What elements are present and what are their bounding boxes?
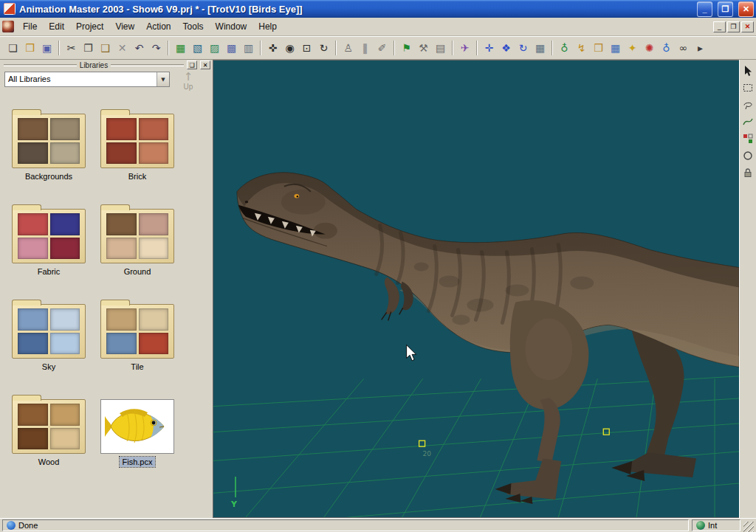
paste-button[interactable]: ❑ <box>97 40 114 56</box>
statusbar: Done Int <box>0 518 756 532</box>
character-button[interactable]: ♙ <box>340 40 357 56</box>
menu-item[interactable]: View <box>109 18 140 35</box>
overflow-button[interactable]: ▸ <box>692 40 709 56</box>
chart-button[interactable]: ▥ <box>240 40 257 56</box>
menu-item[interactable]: Help <box>252 18 283 35</box>
zoom-tool-button[interactable]: ◉ <box>281 40 298 56</box>
translate-manipulator-button[interactable]: ✛ <box>481 40 498 56</box>
link-button[interactable]: ∞ <box>675 40 692 56</box>
panel-float-button[interactable]: ❏ <box>187 61 197 69</box>
library-item-fish[interactable]: Fish.pcx <box>100 394 174 467</box>
library-controls: All Libraries ▼ ↑ Up <box>1 70 213 92</box>
toolbar-separator <box>335 41 337 55</box>
toolbar: ❏ ❒ ▣ ✂ ❐ ❑ ✕ ↶ ↷ ▦ ▧ ▨ ▩ ▥ <box>0 36 756 60</box>
menu-item[interactable]: Action <box>140 18 176 35</box>
key-button[interactable]: ✦ <box>624 40 641 56</box>
turn-tool-button[interactable]: ↻ <box>315 40 332 56</box>
save-all-button[interactable]: ▣ <box>38 40 55 56</box>
library-item-brick[interactable]: Brick <box>100 108 174 182</box>
toolbar-separator <box>452 41 453 55</box>
dinosaur-model <box>237 173 739 504</box>
undo-button[interactable]: ↶ <box>131 40 148 56</box>
hammer-button[interactable]: ⚒ <box>415 40 432 56</box>
bound-select-tool[interactable] <box>741 80 755 94</box>
patch-select-tool[interactable] <box>741 114 755 128</box>
render-flag-button[interactable]: ⚑ <box>398 40 415 56</box>
plane-button[interactable]: ✈ <box>456 40 473 56</box>
pan-tool-button[interactable]: ✜ <box>264 40 281 56</box>
library-item-tile[interactable]: Tile <box>100 299 174 372</box>
muscle-mode-button[interactable]: ▨ <box>206 40 223 56</box>
library-item-label: Brick <box>126 171 149 182</box>
lock-tool[interactable] <box>741 165 755 179</box>
up-button[interactable]: ↑ Up <box>176 72 201 91</box>
globe-button[interactable]: ♁ <box>658 40 675 56</box>
minimize-button[interactable]: _ <box>697 1 712 17</box>
library-button[interactable]: ❒ <box>590 40 607 56</box>
texture-thumbnail <box>139 213 169 235</box>
library-filter-dropdown[interactable]: All Libraries ▼ <box>4 72 170 87</box>
library-item-wood[interactable]: Wood <box>12 394 86 467</box>
modeling-mode-button[interactable]: ▦ <box>172 40 189 56</box>
library-item-fabric[interactable]: Fabric <box>12 204 86 277</box>
status-internet-pane: Int <box>692 519 740 531</box>
open-button[interactable]: ❒ <box>21 40 38 56</box>
menu-item[interactable]: File <box>17 18 43 35</box>
wireframe-button[interactable]: ▦ <box>532 40 549 56</box>
zoom-section-button[interactable]: ⊡ <box>298 40 315 56</box>
folder-icon <box>12 399 86 454</box>
snap-to-grid-button[interactable]: ▦ <box>607 40 624 56</box>
rotate-manipulator-button[interactable]: ↻ <box>515 40 532 56</box>
viewport[interactable]: 20 Y <box>213 60 739 518</box>
cut-button[interactable]: ✂ <box>63 40 80 56</box>
panel-close-button[interactable]: ✕ <box>200 61 210 69</box>
viewport-canvas: 20 Y <box>213 61 739 517</box>
thumbnail-grid <box>18 404 80 449</box>
menu-item[interactable]: Project <box>70 18 109 35</box>
select-arrow-tool[interactable] <box>741 63 755 77</box>
texture-thumbnail <box>50 142 80 165</box>
manipulator-button[interactable]: ✐ <box>374 40 391 56</box>
mdi-minimize-button[interactable]: _ <box>713 21 726 32</box>
menu-item[interactable]: Tools <box>177 18 210 35</box>
lasso-tool[interactable] <box>741 97 755 111</box>
menu-item[interactable]: Window <box>210 18 253 35</box>
redo-button[interactable]: ↷ <box>148 40 165 56</box>
library-item-ground[interactable]: Ground <box>100 204 174 277</box>
project-icon[interactable] <box>2 21 14 32</box>
hide-tool[interactable] <box>741 148 755 162</box>
texture-thumbnail <box>18 118 48 140</box>
new-button[interactable]: ❏ <box>4 40 21 56</box>
film-button[interactable]: ▤ <box>432 40 449 56</box>
library-item-label: Fish.pcx <box>120 457 156 467</box>
copy-button[interactable]: ❐ <box>80 40 97 56</box>
bone-button[interactable]: ❚ <box>357 40 374 56</box>
maximize-button[interactable]: ❐ <box>718 1 733 17</box>
library-item-backgrounds[interactable]: Backgrounds <box>12 108 86 182</box>
dropdown-value: All Libraries <box>5 72 157 86</box>
skeletal-mode-button[interactable]: ▧ <box>189 40 206 56</box>
resize-grip[interactable] <box>743 522 754 532</box>
app-icon[interactable] <box>4 3 16 15</box>
lightning-button[interactable]: ↯ <box>573 40 590 56</box>
chevron-down-icon[interactable]: ▼ <box>157 72 169 86</box>
library-item-sky[interactable]: Sky <box>12 299 86 372</box>
mdi-close-button[interactable]: ✕ <box>741 21 754 32</box>
libraries-panel-header: Libraries ❏ ✕ <box>1 60 213 70</box>
header-line <box>4 64 77 66</box>
force-button[interactable]: ✺ <box>641 40 658 56</box>
scale-manipulator-button[interactable]: ❖ <box>498 40 515 56</box>
menu-item[interactable]: Edit <box>43 18 70 35</box>
texture-thumbnail <box>50 238 80 260</box>
thumbnail-grid <box>106 118 168 164</box>
texture-thumbnail <box>18 142 48 165</box>
dynamics-mode-button[interactable]: ▩ <box>223 40 240 56</box>
texture-thumbnail <box>50 308 80 331</box>
world-button[interactable]: ♁ <box>556 40 573 56</box>
texture-thumbnail <box>18 404 48 426</box>
mdi-restore-button[interactable]: ❐ <box>727 21 740 32</box>
group-tool[interactable] <box>741 131 755 145</box>
menu-items: FileEditProjectViewActionToolsWindowHelp <box>17 18 283 35</box>
delete-button[interactable]: ✕ <box>114 40 131 56</box>
close-button[interactable]: ✕ <box>738 1 754 17</box>
